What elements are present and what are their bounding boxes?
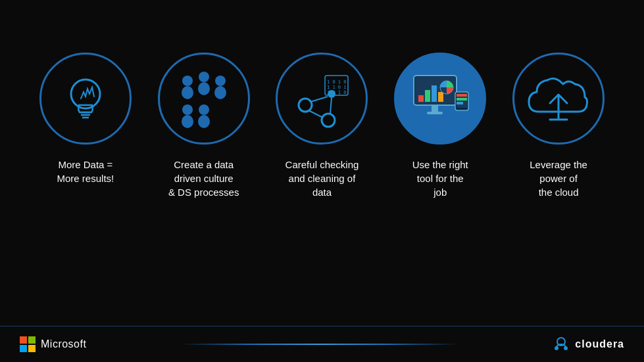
svg-rect-27 [425, 90, 430, 102]
svg-point-18 [299, 99, 312, 112]
microsoft-label: Microsoft [41, 338, 86, 350]
lightbulb-icon-circle [39, 53, 132, 145]
people-icon [168, 62, 240, 135]
data-network-icon-circle: 1 0 1 0 1 1 0 1 1 0 1 0 [276, 53, 368, 145]
microsoft-grid-icon [20, 336, 36, 352]
svg-point-9 [214, 86, 226, 99]
svg-point-4 [182, 76, 193, 86]
item-leverage-cloud-label: Leverage thepower ofthe cloud [530, 158, 587, 199]
svg-line-22 [309, 110, 323, 118]
cloud-icon [522, 66, 595, 131]
cloudera-icon [551, 336, 571, 352]
svg-point-42 [564, 346, 568, 350]
svg-line-23 [330, 98, 332, 114]
data-network-icon: 1 0 1 0 1 1 0 1 1 0 1 0 [292, 69, 351, 128]
item-right-tool: Use the righttool for thejob [387, 53, 493, 199]
svg-rect-36 [457, 98, 467, 101]
item-leverage-cloud: Leverage thepower ofthe cloud [506, 53, 611, 199]
item-data-culture: Create a datadriven culture& DS processe… [151, 53, 257, 199]
item-careful-checking-label: Careful checkingand cleaning ofdata [285, 158, 359, 199]
cloudera-label: cloudera [575, 338, 624, 350]
svg-point-7 [198, 82, 210, 95]
svg-rect-29 [438, 92, 443, 102]
svg-rect-32 [427, 112, 443, 114]
svg-text:1 1 0 1: 1 1 0 1 [327, 85, 347, 90]
item-careful-checking: 1 0 1 0 1 1 0 1 1 0 1 0 Careful checking… [269, 53, 374, 199]
footer: Microsoft cloudera [0, 326, 644, 362]
item-right-tool-label: Use the righttool for thejob [412, 158, 468, 199]
svg-text:1 0 1 0: 1 0 1 0 [327, 79, 347, 85]
microsoft-logo: Microsoft [20, 336, 86, 352]
item-more-data-label: More Data =More results! [57, 158, 114, 185]
svg-point-19 [322, 114, 335, 127]
svg-rect-31 [432, 105, 438, 112]
ms-green [28, 336, 36, 344]
cloud-icon-circle [512, 53, 605, 145]
svg-point-6 [199, 72, 209, 82]
people-icon-circle [158, 53, 250, 145]
footer-right: cloudera [551, 336, 624, 352]
svg-rect-35 [457, 94, 467, 97]
svg-point-11 [182, 115, 193, 128]
monitor-icon-circle [394, 53, 486, 145]
svg-rect-37 [457, 102, 463, 104]
ms-yellow [28, 345, 36, 352]
item-more-data: More Data =More results! [33, 53, 138, 185]
svg-point-10 [182, 104, 193, 115]
svg-point-13 [198, 115, 210, 128]
svg-point-5 [182, 86, 193, 99]
svg-rect-28 [432, 85, 437, 102]
ms-blue [20, 345, 27, 352]
svg-point-20 [328, 90, 335, 98]
svg-rect-26 [418, 95, 424, 102]
footer-left: Microsoft [20, 336, 86, 352]
item-data-culture-label: Create a datadriven culture& DS processe… [168, 158, 239, 199]
footer-decorative-line [180, 344, 458, 345]
svg-point-8 [215, 76, 226, 86]
svg-point-41 [555, 346, 558, 350]
main-content: More Data =More results! Cr [0, 0, 644, 225]
svg-point-12 [199, 104, 209, 115]
footer-center [86, 344, 551, 345]
ms-red [20, 336, 27, 344]
monitor-icon [404, 62, 476, 135]
lightbulb-icon [56, 69, 115, 128]
svg-line-21 [310, 97, 328, 102]
